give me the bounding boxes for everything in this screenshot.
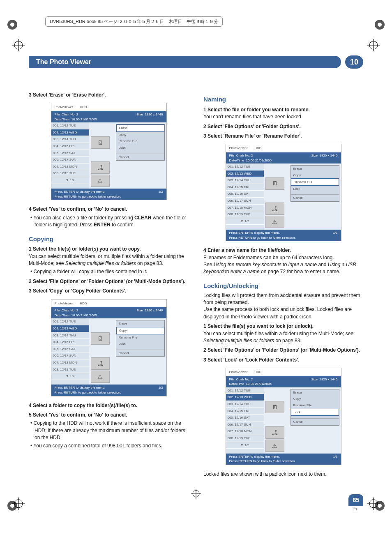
name-step-2: 2 Select 'File Options' or 'Folder Optio… bbox=[203, 123, 363, 130]
thumbnail-icon: 🏞 bbox=[91, 161, 110, 174]
thumbnail-icon: 🏞 bbox=[91, 357, 110, 370]
lock-step-1: 1 Select the file(s) you want to lock (o… bbox=[203, 323, 363, 330]
list-item: 003. 12/14 THU bbox=[51, 136, 89, 143]
hdd-label: HDD bbox=[80, 105, 87, 110]
list-item: 007. 12/18 MON bbox=[51, 164, 89, 170]
copying-heading: Copying bbox=[29, 235, 189, 244]
step-4-confirm: 4 Select 'Yes' to confirm, or 'No' to ca… bbox=[29, 206, 189, 213]
copy-bullet-2: Copying to the HDD will not work if ther… bbox=[35, 420, 189, 441]
context-menu: Erase Copy Rename File Lock Cancel bbox=[291, 389, 339, 426]
name-step-4-ref: See Using the remote key shortcuts to in… bbox=[203, 261, 363, 276]
thumbnail-icon: ⚠ bbox=[91, 175, 110, 187]
name-step-1-text: You can't rename files that have been lo… bbox=[203, 113, 363, 120]
copy-step-3: 3 Select 'Copy' or 'Copy Folder Contents… bbox=[29, 288, 189, 295]
page-lang: En bbox=[348, 506, 363, 512]
name-step-4: 4 Enter a new name for the file/folder. bbox=[203, 247, 363, 254]
thumbnail-icon: ⚠ bbox=[265, 216, 284, 228]
copy-step-4: 4 Select a folder to copy the folder(s)/… bbox=[29, 402, 189, 409]
photoviewer-label: PhotoViewer bbox=[55, 105, 73, 110]
thumbnail-icon: ⚠ bbox=[91, 371, 110, 383]
crop-mark-icon bbox=[191, 489, 201, 500]
copy-bullet-1: Copying a folder will copy all the files… bbox=[35, 268, 189, 275]
lock-footer-text: Locked files are shown with a padlock ic… bbox=[203, 471, 363, 478]
copy-step-1: 1 Select the file(s) or folder(s) you wa… bbox=[29, 246, 189, 253]
chapter-number: 10 bbox=[345, 55, 363, 69]
binder-hole-icon bbox=[371, 16, 388, 33]
menu-lock: Lock bbox=[116, 145, 164, 151]
svg-point-1 bbox=[10, 23, 14, 27]
name-step-1: 1 Select the file or folder you want to … bbox=[203, 106, 363, 113]
svg-point-3 bbox=[378, 23, 382, 27]
book-header: DVR530HS_RDR.book 85 ページ ２００５年５月２６日 木曜日 … bbox=[45, 16, 223, 27]
right-column: Naming 1 Select the file or folder you w… bbox=[203, 89, 363, 512]
photoviewer-rename-screenshot: PhotoViewer HDD File Chair No. 2Date/Tim… bbox=[226, 144, 341, 241]
lock-step-3: 3 Select 'Lock' or 'Lock Folder Contents… bbox=[203, 357, 363, 364]
naming-heading: Naming bbox=[203, 95, 363, 104]
context-menu: Erase Copy Rename File Lock Cancel bbox=[291, 165, 339, 202]
menu-rename: Rename File bbox=[116, 138, 164, 145]
list-item: 001. 12/12 TUE bbox=[51, 122, 89, 129]
binder-hole-icon bbox=[4, 16, 21, 33]
crop-mark-icon bbox=[367, 39, 380, 51]
list-item: 004. 12/15 FRI bbox=[51, 143, 89, 150]
crop-mark-icon bbox=[12, 39, 25, 51]
menu-copy: Copy bbox=[116, 132, 164, 138]
locking-heading: Locking/Unlocking bbox=[203, 281, 363, 290]
list-item: 008. 12/19 TUE bbox=[51, 170, 89, 177]
menu-cancel: Cancel bbox=[116, 154, 164, 161]
crop-mark-icon bbox=[12, 497, 25, 510]
thumbnail-icon: 🗓 bbox=[265, 177, 284, 190]
step-3-erase: 3 Select 'Erase' or 'Erase Folder'. bbox=[29, 92, 189, 99]
lock-text-1: Locking files will protect them from acc… bbox=[203, 292, 363, 306]
page-number-badge: 85 En bbox=[348, 494, 363, 512]
list-item: 005. 12/16 SAT bbox=[51, 150, 89, 157]
thumbnail-icon: ⚠ bbox=[265, 440, 284, 452]
name-step-3: 3 Select 'Rename File' or 'Rename Folder… bbox=[203, 133, 363, 140]
name-step-4-text: Filenames or Foldernames can be up to 64… bbox=[203, 254, 363, 261]
left-column: 3 Select 'Erase' or 'Erase Folder'. Phot… bbox=[29, 89, 189, 512]
copy-step-1-text: You can select multiple folders, or mult… bbox=[29, 253, 189, 267]
context-menu: Erase Copy Rename File Lock Cancel bbox=[116, 320, 165, 357]
bullet-clear: You can also erase a file or folder by p… bbox=[35, 214, 189, 229]
thumbnail-icon: 🗓 bbox=[265, 401, 284, 413]
thumbnail-icon: 🏞 bbox=[265, 203, 284, 215]
page-title: The Photo Viewer bbox=[29, 56, 341, 68]
folder-list: 001. 12/12 TUE 002. 12/13 WED 003. 12/14… bbox=[51, 122, 89, 189]
copy-step-5: 5 Select 'Yes' to confirm, or 'No' to ca… bbox=[29, 412, 189, 419]
page-number: 85 bbox=[348, 494, 363, 506]
copy-step-2: 2 Select 'File Options' or 'Folder Optio… bbox=[29, 278, 189, 285]
crop-mark-icon bbox=[367, 497, 380, 510]
photoviewer-lock-screenshot: PhotoViewer HDD File Chair No. 2Date/Tim… bbox=[226, 368, 341, 465]
photoviewer-copy-screenshot: PhotoViewer HDD File Chair No. 2Date/Tim… bbox=[51, 299, 167, 396]
copy-bullet-3: You can copy a combined total of 998,001… bbox=[35, 442, 189, 449]
thumbnail-icon: 🗓 bbox=[91, 332, 110, 345]
lock-text-2: Use the same process to both lock and un… bbox=[203, 306, 363, 320]
lock-step-1-text: You can select multiple files within a f… bbox=[203, 330, 363, 345]
list-item: 002. 12/13 WED bbox=[51, 129, 89, 136]
thumbnail-icon: 🗓 bbox=[91, 136, 110, 149]
thumbnail-icon: 🏞 bbox=[265, 426, 284, 439]
list-item: 006. 12/17 SUN bbox=[51, 157, 89, 164]
lock-step-2: 2 Select 'File Options' or 'Folder Optio… bbox=[203, 347, 363, 354]
menu-erase: Erase bbox=[116, 124, 164, 132]
book-info-text: DVR530HS_RDR.book 85 ページ ２００５年５月２６日 木曜日 … bbox=[50, 19, 218, 24]
photoviewer-erase-screenshot: PhotoViewer HDD File Chair No. 2Date/Tim… bbox=[51, 103, 167, 200]
context-menu: Erase Copy Rename File Lock Cancel bbox=[116, 124, 165, 161]
